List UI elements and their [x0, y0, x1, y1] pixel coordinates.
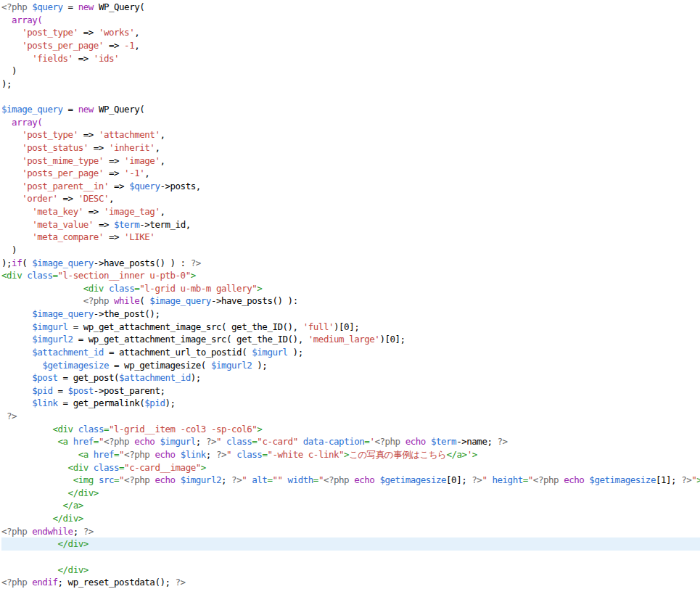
code-line[interactable] [1, 90, 700, 103]
code-token-plain: , [160, 129, 165, 140]
code-line[interactable]: <a href="<?php echo $imgurl; ?>" class="… [1, 435, 700, 448]
code-token-php: ?> [681, 474, 691, 485]
code-token-plain: => [104, 231, 124, 242]
code-line[interactable]: 'post_status' => 'inherit', [1, 141, 700, 155]
code-line[interactable]: $getimagesize = wp_getimagesize( $imgurl… [1, 359, 700, 372]
code-line[interactable]: array( [1, 116, 700, 129]
code-token-plain: => [88, 142, 109, 153]
code-token-var: $post [32, 372, 57, 383]
code-line[interactable]: </a> [1, 499, 700, 512]
code-token-attr: height [492, 474, 522, 485]
code-line[interactable]: $pid = $post->post_parent; [1, 384, 700, 398]
code-token-plain [1, 334, 32, 345]
code-token-var: $query [32, 1, 62, 12]
code-line[interactable]: 'post_type' => 'works', [1, 26, 700, 39]
code-line[interactable]: <?php while( $image_query->have_posts() … [1, 294, 700, 308]
code-token-str: 'post_type' [22, 129, 78, 140]
code-token-tag: > [472, 449, 477, 460]
code-token-plain [426, 436, 431, 447]
code-token-str: "l-section__inner u-ptb-0" [58, 270, 191, 281]
code-line[interactable]: $image_query->the_post(); [1, 308, 700, 321]
code-token-str: 'DESC' [78, 193, 109, 204]
code-token-str: -1 [124, 40, 134, 51]
code-token-php: ?> [191, 258, 201, 268]
code-line[interactable]: $link = get_permalink($pid); [1, 397, 700, 410]
code-token-plain: ) [1, 244, 17, 255]
code-line[interactable]: <?php endwhile; ?> [1, 525, 700, 538]
code-line[interactable]: $imgurl2 = wp_get_attachment_image_src( … [1, 333, 700, 346]
code-token-plain: => [94, 219, 114, 230]
code-token-str: 'meta_compare' [32, 231, 104, 242]
code-token-kw: echo [564, 474, 584, 485]
code-line[interactable]: 'fields' => 'ids' [1, 52, 700, 65]
code-line[interactable]: </div> [1, 487, 700, 500]
code-token-kw: new [78, 104, 94, 115]
code-token-attr: class [109, 283, 134, 294]
code-line[interactable]: <div class="l-section__inner u-ptb-0"> [1, 269, 700, 282]
code-token-kw: echo [155, 474, 175, 485]
code-line[interactable]: 'meta_value' => $term->term_id, [1, 218, 700, 231]
code-token-eq: = [114, 449, 119, 460]
code-line[interactable]: 'order' => 'DESC', [1, 192, 700, 205]
code-token-str: '-1' [124, 168, 144, 178]
code-line[interactable]: $attachment_id = attachment_url_to_posti… [1, 346, 700, 359]
code-line[interactable]: 'meta_compare' => 'LIKE' [1, 231, 700, 244]
code-token-plain [1, 181, 22, 191]
code-line[interactable]: ) [1, 65, 700, 78]
code-line[interactable]: <div class="l-grid__item -col3 -sp-col6"… [1, 423, 700, 436]
code-line[interactable]: 'post_mime_type' => 'image', [1, 155, 700, 168]
code-line[interactable]: 'meta_key' => 'image_tag', [1, 205, 700, 218]
code-token-php: ?> [216, 449, 226, 460]
code-token-plain: ->term_id, [139, 219, 190, 230]
code-line[interactable] [1, 551, 700, 564]
code-token-tag: </div> [58, 564, 88, 575]
code-token-str: 'meta_key' [32, 206, 83, 217]
code-token-plain [1, 155, 22, 166]
code-token-var: $imgurl2 [181, 474, 221, 485]
code-token-plain: ); [1, 258, 12, 268]
code-line[interactable]: 'post_type' => 'attachment', [1, 128, 700, 141]
code-line[interactable]: array( [1, 14, 700, 27]
code-line-highlighted[interactable]: </div> [1, 537, 700, 551]
code-token-kw: array( [12, 117, 42, 128]
code-line[interactable]: $imgurl = wp_get_attachment_image_src( g… [1, 321, 700, 334]
code-line[interactable]: 'posts_per_page' => -1, [1, 39, 700, 52]
code-line[interactable]: </div> [1, 564, 700, 577]
code-token-plain: WP_Query( [94, 1, 144, 12]
code-token-plain: [1]; [656, 474, 681, 485]
code-token-plain [1, 538, 58, 549]
code-line[interactable]: <img src="<?php echo $imgurl2; ?>" alt="… [1, 474, 700, 487]
code-token-plain [1, 129, 22, 140]
code-editor[interactable]: <?php $query = new WP_Query( array( 'pos… [0, 0, 700, 589]
code-token-plain: = wp_getimagesize( [109, 360, 211, 371]
code-token-eq: = [104, 424, 109, 434]
code-token-var: $imgurl [160, 436, 195, 447]
code-token-var: $imgurl2 [32, 334, 73, 345]
code-line[interactable]: </div> [1, 512, 700, 525]
code-line[interactable]: ?> [1, 410, 700, 423]
code-token-plain [1, 449, 78, 460]
code-line[interactable]: <?php $query = new WP_Query( [1, 1, 700, 14]
code-token-var: $image_query [1, 104, 63, 115]
code-line[interactable]: <a href="<?php echo $link; ?>" class="-w… [1, 448, 700, 461]
code-token-var: $link [32, 398, 57, 408]
code-token-plain [1, 436, 58, 447]
code-line[interactable]: $post = get_post($attachment_id); [1, 371, 700, 384]
code-token-kw: endif [32, 577, 57, 588]
code-token-attr: href [94, 449, 114, 460]
code-line[interactable]: <div class="l-grid u-mb-m gallery"> [1, 282, 700, 295]
code-token-plain [1, 424, 52, 434]
code-token-str: 'post_status' [22, 142, 88, 153]
code-token-plain [1, 360, 42, 371]
code-line[interactable]: <?php endif; wp_reset_postdata(); ?> [1, 576, 700, 589]
code-line[interactable]: );if( $image_query->have_posts() ) : ?> [1, 257, 700, 270]
code-line[interactable]: <div class="c-card__image"> [1, 461, 700, 474]
code-token-php: <?php [1, 526, 32, 537]
code-line[interactable]: $image_query = new WP_Query( [1, 103, 700, 116]
code-line[interactable]: 'post_parent__in' => $query->posts, [1, 180, 700, 193]
code-token-php: <?php [374, 436, 405, 447]
code-token-var: $image_query [32, 308, 94, 319]
code-line[interactable]: ); [1, 78, 700, 91]
code-line[interactable]: ) [1, 244, 700, 257]
code-line[interactable]: 'posts_per_page' => '-1', [1, 167, 700, 180]
